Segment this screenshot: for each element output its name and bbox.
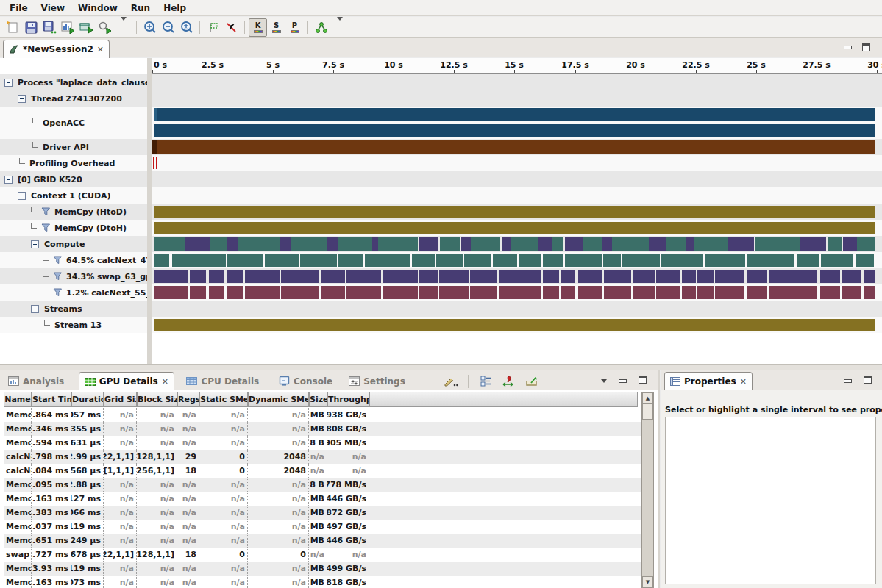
edit-columns-icon[interactable] bbox=[441, 372, 460, 390]
timeline-interval[interactable] bbox=[820, 270, 840, 283]
timeline-row-64-5-calcnext-47[interactable]: 64.5% calcNext_47_... bbox=[0, 252, 882, 268]
timeline-interval[interactable] bbox=[856, 254, 874, 267]
column-header-duration[interactable]: Duration bbox=[71, 392, 104, 407]
timeline-interval[interactable] bbox=[715, 286, 744, 299]
timeline-interval[interactable] bbox=[154, 319, 875, 331]
timeline-interval[interactable] bbox=[864, 270, 875, 283]
timeline-interval[interactable] bbox=[656, 286, 680, 299]
timeline-interval[interactable] bbox=[686, 237, 694, 251]
table-row[interactable]: Memcpy155.163 ms1.127 msn/an/an/an/an/a9… bbox=[4, 492, 641, 506]
timeline-interval[interactable] bbox=[372, 237, 378, 251]
timeline-row-driver-api[interactable]: Driver API bbox=[0, 139, 882, 155]
timeline-ruler[interactable]: 0 s2.5 s5 s7.5 s10 s12.5 s15 s17.5 s20 s… bbox=[152, 58, 882, 74]
timeline-interval[interactable] bbox=[245, 286, 280, 299]
analysis-fork-icon[interactable] bbox=[312, 18, 330, 37]
timeline-interval[interactable] bbox=[439, 270, 469, 283]
stream-color-button[interactable]: S bbox=[267, 18, 285, 37]
table-row[interactable]: Memcpy179.163 ms1.073 msn/an/an/an/an/a9… bbox=[4, 576, 641, 588]
zoom-in-icon[interactable] bbox=[141, 18, 159, 37]
caret-down-icon[interactable] bbox=[330, 18, 349, 37]
export-icon[interactable] bbox=[522, 372, 541, 390]
timeline-interval[interactable] bbox=[666, 237, 686, 251]
timeline-interval[interactable] bbox=[152, 140, 875, 154]
table-row[interactable]: Memcpy154.594 ms1.631 µsn/an/an/an/an/a8… bbox=[4, 436, 641, 450]
table-row[interactable]: swap_63_gpu173.727 ms50.678 µs[1022,1,1]… bbox=[4, 548, 641, 562]
timeline-row-memcpy-htod[interactable]: MemCpy (HtoD) bbox=[0, 204, 882, 220]
collapse-icon[interactable] bbox=[31, 240, 39, 248]
timeline-row-process-laplace-data-clauses-10[interactable]: Process "laplace_data_clauses 10... bbox=[0, 74, 882, 90]
timeline-interval[interactable] bbox=[499, 270, 541, 283]
timeline-row-compute[interactable]: Compute bbox=[0, 236, 882, 252]
save-all-icon[interactable] bbox=[40, 18, 59, 37]
tab-analysis[interactable]: Analysis bbox=[3, 372, 69, 390]
collapse-icon[interactable] bbox=[31, 305, 39, 313]
table-row[interactable]: calcNext_47154.798 ms282.99 µs[1022,1,1]… bbox=[4, 450, 641, 464]
menu-item-help[interactable]: Help bbox=[157, 1, 193, 15]
timeline-interval[interactable] bbox=[857, 237, 875, 251]
timeline-interval[interactable] bbox=[543, 270, 560, 283]
view-menu-icon[interactable] bbox=[601, 379, 607, 383]
timeline-interval[interactable] bbox=[154, 286, 188, 299]
minimize-view-icon[interactable] bbox=[844, 46, 852, 49]
timeline-interval[interactable] bbox=[661, 254, 703, 267]
table-row[interactable]: Memcpy172.651 ms93.249 µsn/an/an/an/an/a… bbox=[4, 534, 641, 548]
timeline-interval[interactable] bbox=[412, 254, 435, 267]
timeline-interval[interactable] bbox=[227, 237, 238, 251]
timeline-interval[interactable] bbox=[154, 237, 185, 251]
zoom-fit-icon[interactable] bbox=[177, 18, 196, 37]
maximize-view-icon[interactable] bbox=[862, 43, 870, 51]
timeline-interval[interactable] bbox=[800, 237, 826, 251]
timeline-interval[interactable] bbox=[561, 286, 575, 299]
close-icon[interactable]: ✕ bbox=[97, 46, 104, 54]
timeline-interval[interactable] bbox=[747, 286, 767, 299]
timeline-interval[interactable] bbox=[842, 270, 861, 283]
timeline-interval[interactable] bbox=[715, 270, 744, 283]
timeline-interval[interactable] bbox=[552, 237, 563, 251]
collapse-icon[interactable] bbox=[18, 192, 26, 200]
timeline-interval[interactable] bbox=[346, 286, 381, 299]
timeline-interval[interactable] bbox=[565, 237, 583, 251]
timeline-interval[interactable] bbox=[499, 286, 541, 299]
timeline-interval[interactable] bbox=[622, 254, 659, 267]
timeline-interval[interactable] bbox=[755, 237, 799, 251]
timeline-interval[interactable] bbox=[346, 270, 381, 283]
run-analysis-icon[interactable] bbox=[77, 18, 96, 37]
minimize-panel-icon[interactable] bbox=[844, 379, 852, 383]
timeline-interval[interactable] bbox=[602, 237, 612, 251]
timeline-interval[interactable] bbox=[633, 270, 654, 283]
table-row[interactable]: Memcpy169.037 ms1.119 msn/an/an/an/an/a9… bbox=[4, 520, 641, 534]
timeline-row-openacc[interactable]: OpenACC bbox=[0, 107, 882, 139]
timeline-row-34-3-swap-63-gpu[interactable]: 34.3% swap_63_gpu bbox=[0, 268, 882, 284]
tab-cpu-details[interactable]: CPU Details bbox=[181, 372, 264, 390]
timeline-interval[interactable] bbox=[338, 254, 363, 267]
timeline-interval[interactable] bbox=[154, 222, 875, 234]
timeline-interval[interactable] bbox=[705, 254, 744, 267]
scroll-down-icon[interactable]: ▼ bbox=[642, 576, 653, 587]
timeline-interval[interactable] bbox=[578, 270, 602, 283]
timeline-interval[interactable] bbox=[797, 254, 819, 267]
timeline-interval[interactable] bbox=[281, 270, 319, 283]
timeline-interval[interactable] bbox=[383, 286, 418, 299]
column-header-start-time[interactable]: Start Time bbox=[32, 392, 71, 407]
timeline-interval[interactable] bbox=[154, 254, 169, 267]
timeline-interval[interactable] bbox=[238, 237, 280, 251]
process-color-button[interactable]: P bbox=[285, 18, 304, 37]
search-run-icon[interactable] bbox=[96, 18, 114, 37]
timeline-interval[interactable] bbox=[227, 254, 263, 267]
timeline-interval[interactable] bbox=[694, 237, 728, 251]
timeline-row-streams[interactable]: Streams bbox=[0, 301, 882, 317]
timeline-interval[interactable] bbox=[154, 270, 188, 283]
timeline-interval[interactable] bbox=[464, 254, 491, 267]
profile-application-icon[interactable] bbox=[59, 18, 77, 37]
timeline-interval[interactable] bbox=[227, 286, 243, 299]
timeline-interval[interactable] bbox=[612, 237, 648, 251]
minimize-panel-icon[interactable] bbox=[619, 379, 627, 383]
timeline-row-1-2-calcnext-55-g[interactable]: 1.2% calcNext_55_g... bbox=[0, 284, 882, 301]
timeline-interval[interactable] bbox=[210, 237, 226, 251]
collapse-icon[interactable] bbox=[4, 176, 13, 184]
timeline-interval[interactable] bbox=[578, 286, 602, 299]
timeline-interval[interactable] bbox=[502, 237, 511, 251]
timeline-interval[interactable] bbox=[321, 286, 345, 299]
vertical-scrollbar[interactable]: ▲ ▼ bbox=[641, 392, 654, 588]
column-header-name[interactable]: Name bbox=[4, 392, 32, 407]
